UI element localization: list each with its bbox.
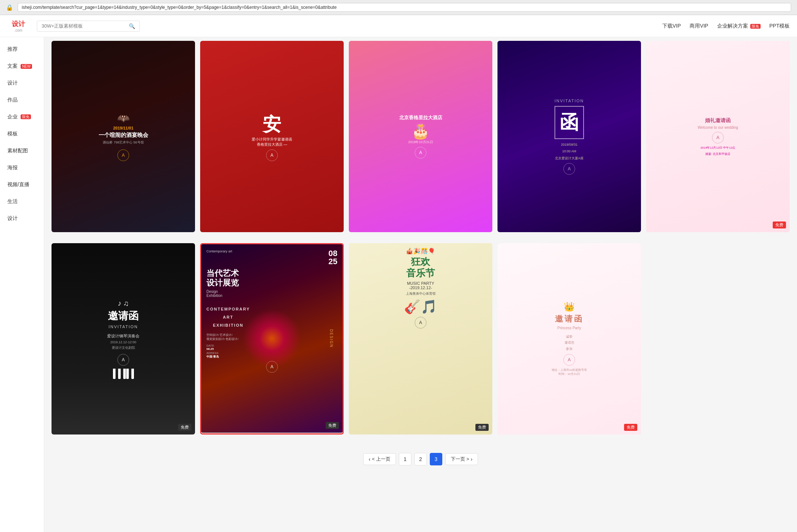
free-badge: 免费 <box>773 221 786 228</box>
sidebar-item-enterprise[interactable]: 企业 限免 <box>0 109 44 125</box>
nav-enterprise[interactable]: 企业解决方案 限免 <box>717 23 761 29</box>
sidebar-item-design[interactable]: 设计 <box>0 75 44 92</box>
nav-download-vip[interactable]: 下载VIP <box>662 23 681 29</box>
template-card-wedding[interactable]: 婚礼邀请函 Welcome to our wedding A 2019年12月1… <box>646 41 790 232</box>
card-main-title: 当代艺术设计展览 <box>206 269 239 288</box>
piano-keys <box>113 369 134 379</box>
card-sub-label: DesignExhibition <box>206 290 222 298</box>
template-card-art[interactable]: Contemporary art 08 25 当代艺术设计展览 DesignEx… <box>200 243 344 435</box>
card-title: 北京香格里拉大酒店 <box>399 114 442 121</box>
card-detail1: 2019/09/31 <box>561 143 577 146</box>
nav-ppt[interactable]: PPT模板 <box>769 23 790 29</box>
card-detail: 香格里拉大酒店 — <box>257 142 287 147</box>
card-big-char: 安 <box>263 112 281 137</box>
card-top-label: Contemporary art <box>206 249 232 266</box>
search-box[interactable]: 🔍 <box>37 21 140 32</box>
card-date: 2019.12.12-12:00 <box>110 340 137 344</box>
free-badge: 免费 <box>326 422 339 429</box>
header-nav: 下载VIP 商用VIP 企业解决方案 限免 PPT模板 <box>662 23 790 29</box>
template-card-purple[interactable]: INVITATION 函 2019/09/31 10:00 AM 北京爱设计大厦… <box>497 41 641 232</box>
browser-url[interactable]: isheji.com/template/search?cur_page=1&ty… <box>18 3 791 12</box>
card-detail: 酒仙桥 798艺术中心 56号馆 <box>103 140 144 145</box>
nav-commercial-vip[interactable]: 商用VIP <box>690 23 708 29</box>
card-sub: 爱小计同学升学宴邀请函 <box>252 137 292 142</box>
content-area: 🦇 2019/11/01 一个喧闹的酒宴晚会 酒仙桥 798艺术中心 56号馆 … <box>44 37 797 532</box>
card-detail: 2019年12月12日 中午12点 <box>701 146 736 150</box>
logo: 设计 .com <box>7 19 29 32</box>
template-card-festive[interactable]: 安 爱小计同学升学宴邀请函 香格里拉大酒店 — A <box>200 41 344 232</box>
sidebar-item-material[interactable]: 素材配图 <box>0 142 44 159</box>
logo-sub: .com <box>14 28 22 32</box>
sidebar-item-template[interactable]: 模板 <box>0 125 44 142</box>
page-3-button[interactable]: 3 <box>430 453 442 465</box>
sidebar-item-video[interactable]: 视频/直播 <box>0 176 44 193</box>
enterprise-sidebar-badge: 限免 <box>21 114 31 119</box>
card-date: 2019年10月31日 <box>408 140 433 145</box>
card-location: 上海奥体中心体育馆 <box>406 291 436 296</box>
card-detail2: 地址：上海市xx街道路号等 <box>552 368 587 372</box>
page-1-button[interactable]: 1 <box>399 453 411 465</box>
enterprise-badge: 限免 <box>750 24 761 29</box>
card-detail3: 北京爱设计大厦A座 <box>555 156 584 161</box>
copy-new-badge: NEW <box>21 64 32 69</box>
sidebar-item-recommend[interactable]: 推荐 <box>0 41 44 58</box>
music-illustration: 🎸🎵 <box>404 299 437 315</box>
pagination: ‹ < 上一页 1 2 3 下一页 > › <box>52 446 790 469</box>
card-subtitle: Princess Party <box>557 326 581 330</box>
free-badge: 免费 <box>178 424 191 431</box>
card-subtitle: INVITATION <box>109 324 138 329</box>
chevron-right-icon: › <box>471 456 472 462</box>
template-card-halloween[interactable]: 🦇 2019/11/01 一个喧闹的酒宴晚会 酒仙桥 798艺术中心 56号馆 … <box>52 41 195 232</box>
browser-bar: 🔒 isheji.com/template/search?cur_page=1&… <box>0 0 797 15</box>
prev-page-button[interactable]: ‹ < 上一页 <box>363 453 396 465</box>
free-badge: 免费 <box>475 424 489 431</box>
crown-icon: 👑 <box>564 302 575 312</box>
template-card-birthday[interactable]: 北京香格里拉大酒店 🎂 2019年10月31日 A <box>349 41 492 232</box>
sidebar-item-copy[interactable]: 文案 NEW <box>0 58 44 75</box>
template-grid-row1: 🦇 2019/11/01 一个喧闹的酒宴晚会 酒仙桥 798艺术中心 56号馆 … <box>52 41 790 232</box>
card-date: 2019/11/01 <box>113 126 133 130</box>
card-detail2: 婚宴: 北京和平饭店 <box>705 152 730 156</box>
card-date-num: 08 <box>329 249 337 258</box>
card-big-char: 函 <box>555 106 584 139</box>
card-title: 邀请函 <box>108 309 139 323</box>
free-badge: 免费 <box>624 424 637 431</box>
card-title: 狂欢音乐节 <box>406 256 435 279</box>
sidebar-item-life[interactable]: 生活 <box>0 193 44 210</box>
card-title: 婚礼邀请函 <box>705 117 731 124</box>
card-location: 爱设计文化剧院 <box>112 345 135 350</box>
card-bottom-info: DATE 08.25 ADRESS 中国·青岛 <box>206 344 337 359</box>
card-detail: 诚挚邀请您参加 <box>564 334 574 352</box>
sidebar-item-works[interactable]: 作品 <box>0 92 44 109</box>
next-page-button[interactable]: 下一页 > › <box>445 453 478 465</box>
card-detail2: 10:00 AM <box>562 149 576 153</box>
chevron-left-icon: ‹ <box>369 456 371 462</box>
template-card-music[interactable]: 🎪🎉🎊🎈 狂欢音乐节 MUSIC PARTY-2019.12.12- 上海奥体中… <box>349 243 492 435</box>
sidebar-item-design2[interactable]: 设计 <box>0 210 44 227</box>
card-en-title: MUSIC PARTY-2019.12.12- <box>407 281 434 290</box>
card-side-text: DESIGN <box>329 329 333 348</box>
browser-lock-icon: 🔒 <box>6 4 13 11</box>
sidebar: 推荐 文案 NEW 设计 作品 企业 限免 模板 素材配图 海报 视频/直播 生… <box>0 37 44 532</box>
card-title: 一个喧闹的酒宴晚会 <box>99 132 148 139</box>
logo-main: 设计 <box>12 19 25 28</box>
card-big-text: CONTEMPORARYARTEXHIBITION <box>206 305 250 329</box>
template-card-princess[interactable]: 👑 邀请函 Princess Party 诚挚邀请您参加 A 地址：上海市xx街… <box>497 243 641 435</box>
main-layout: 推荐 文案 NEW 设计 作品 企业 限免 模板 素材配图 海报 视频/直播 生… <box>0 37 797 532</box>
sidebar-item-poster[interactable]: 海报 <box>0 159 44 176</box>
page-2-button[interactable]: 2 <box>414 453 427 465</box>
template-card-piano[interactable]: ♪ ♫ 邀请函 INVITATION 爱设计钢琴演奏会 2019.12.12-1… <box>52 243 195 435</box>
card-subtitle: Welcome to our wedding <box>698 125 738 130</box>
card-title: 邀请函 <box>555 313 584 324</box>
template-grid-row2: ♪ ♫ 邀请函 INVITATION 爱设计钢琴演奏会 2019.12.12-1… <box>52 243 790 435</box>
search-icon[interactable]: 🔍 <box>129 23 135 29</box>
card-items: 空间设计/ 艺术设计/视觉策划设计/ 色彩设计/ <box>206 333 238 341</box>
search-input[interactable] <box>42 23 129 29</box>
card-detail3: 时间：10月21日 <box>559 372 580 376</box>
card-event: 爱设计钢琴演奏会 <box>107 333 139 339</box>
header: 设计 .com 🔍 下载VIP 商用VIP 企业解决方案 限免 PPT模板 <box>0 15 797 37</box>
